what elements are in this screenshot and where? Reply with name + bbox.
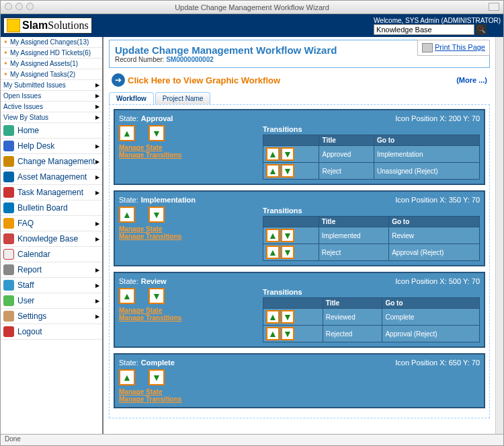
- print-this-page[interactable]: Print This Page: [417, 40, 490, 56]
- logout-icon: [3, 326, 14, 337]
- chevron-right-icon: ▶: [95, 174, 99, 180]
- move-state-up-button[interactable]: [119, 125, 135, 141]
- manage-state-link[interactable]: Manage State: [119, 388, 253, 396]
- state-approval: State: ApprovalIcon Position X: 200 Y: 7…: [114, 109, 485, 185]
- move-state-up-button[interactable]: [119, 369, 135, 385]
- window-maximize-button[interactable]: [26, 3, 34, 10]
- tab-workflow[interactable]: Workflow: [109, 92, 154, 104]
- move-transition-down-button[interactable]: [281, 310, 294, 324]
- more-link[interactable]: (More ...): [456, 76, 487, 84]
- manage-state-link[interactable]: Manage State: [119, 144, 253, 151]
- move-state-down-button[interactable]: [149, 125, 165, 141]
- move-transition-down-button[interactable]: [281, 246, 294, 259]
- vertical-scrollbar[interactable]: [495, 37, 503, 434]
- bulletin-board-icon: [3, 202, 14, 213]
- sidebar: ✶My Assigned Changes(13)✶My Assigned HD …: [1, 37, 103, 434]
- move-transition-down-button[interactable]: [281, 327, 294, 340]
- star-icon: ✶: [3, 50, 8, 56]
- move-transition-down-button[interactable]: [281, 229, 294, 242]
- help-desk-icon: [3, 141, 14, 151]
- transition-row: RejectApproval (Reject): [263, 244, 480, 261]
- search-input[interactable]: [374, 24, 474, 35]
- state-complete: State: CompleteIcon Position X: 650 Y: 7…: [114, 353, 485, 408]
- manage-transitions-link[interactable]: Manage Transitions: [119, 151, 253, 159]
- printer-icon: [422, 43, 433, 52]
- state-implementation: State: ImplementationIcon Position X: 35…: [114, 190, 485, 266]
- search-icon[interactable]: [476, 24, 487, 35]
- sidebar-item-change-management[interactable]: Change Management▶: [1, 154, 102, 170]
- move-state-down-button[interactable]: [149, 288, 165, 304]
- move-transition-up-button[interactable]: [266, 246, 280, 259]
- window-zoom-button[interactable]: [489, 3, 499, 11]
- manage-transitions-link[interactable]: Manage Transitions: [119, 233, 253, 240]
- manage-state-link[interactable]: Manage State: [119, 225, 253, 233]
- sidebar-item-bulletin-board[interactable]: Bulletin Board: [1, 200, 102, 216]
- star-icon: ✶: [3, 61, 8, 67]
- sidebar-item-help-desk[interactable]: Help Desk▶: [1, 139, 102, 154]
- move-transition-up-button[interactable]: [266, 310, 280, 324]
- sidebar-quick-3[interactable]: ✶My Assigned Tasks(2): [1, 69, 102, 80]
- user-icon: [3, 295, 14, 306]
- move-state-up-button[interactable]: [119, 288, 135, 304]
- sidebar-item-report[interactable]: Report▶: [1, 262, 102, 278]
- main-content: Print This Page Update Change Management…: [103, 37, 495, 434]
- sidebar-item-logout[interactable]: Logout: [1, 324, 102, 340]
- app-logo[interactable]: SlamSolutions: [3, 17, 92, 34]
- settings-icon: [3, 311, 14, 322]
- sidebar-item-home[interactable]: Home: [1, 123, 102, 139]
- sidebar-item-settings[interactable]: Settings▶: [1, 309, 102, 324]
- sidebar-item-task-management[interactable]: Task Management▶: [1, 185, 102, 200]
- sidebar-quick-6[interactable]: Active Issues▶: [1, 102, 102, 112]
- view-graphic-workflow-link[interactable]: Click Here to View Graphic Workflow: [128, 75, 280, 85]
- sidebar-quick-0[interactable]: ✶My Assigned Changes(13): [1, 37, 102, 48]
- sidebar-item-user[interactable]: User▶: [1, 293, 102, 309]
- move-state-up-button[interactable]: [119, 207, 135, 223]
- sidebar-quick-7[interactable]: View By Status▶: [1, 112, 102, 123]
- status-bar: Done: [1, 434, 503, 445]
- chevron-right-icon: ▶: [95, 159, 99, 165]
- move-transition-up-button[interactable]: [266, 164, 280, 178]
- move-transition-down-button[interactable]: [281, 164, 294, 178]
- transition-row: RejectedApproval (Reject): [263, 326, 480, 342]
- move-state-down-button[interactable]: [149, 369, 165, 385]
- move-transition-up-button[interactable]: [266, 229, 280, 242]
- sidebar-quick-2[interactable]: ✶My Assigned Assets(1): [1, 59, 102, 69]
- sidebar-quick-1[interactable]: ✶My Assigned HD Tickets(6): [1, 48, 102, 59]
- window-minimize-button[interactable]: [15, 3, 23, 10]
- sidebar-quick-4[interactable]: My Submitted Issues▶: [1, 80, 102, 91]
- staff-icon: [3, 280, 14, 291]
- transitions-table: TitleGo toImplementedReviewRejectApprova…: [263, 216, 480, 261]
- state-review: State: ReviewIcon Position X: 500 Y: 70M…: [114, 272, 485, 348]
- chevron-right-icon: ▶: [95, 190, 99, 196]
- chevron-right-icon: ▶: [95, 267, 99, 273]
- knowledge-base-icon: [3, 233, 14, 244]
- report-icon: [3, 264, 14, 275]
- move-transition-up-button[interactable]: [266, 327, 280, 340]
- manage-transitions-link[interactable]: Manage Transitions: [119, 396, 253, 403]
- record-number: Record Number: SM0000000002: [115, 56, 484, 63]
- task-management-icon: [3, 187, 14, 198]
- transition-row: RejectUnassigned (Reject): [263, 163, 480, 180]
- sidebar-item-asset-management[interactable]: Asset Management▶: [1, 170, 102, 185]
- change-management-icon: [3, 156, 14, 167]
- tab-project-name[interactable]: Project Name: [155, 92, 211, 104]
- chevron-right-icon: ▶: [95, 236, 99, 242]
- chevron-right-icon: ▶: [95, 298, 99, 304]
- chevron-right-icon: ▶: [95, 143, 99, 149]
- transitions-table: TitleGo toApprovedImplementationRejectUn…: [263, 135, 480, 180]
- sidebar-item-calendar[interactable]: Calendar: [1, 247, 102, 262]
- move-transition-up-button[interactable]: [266, 147, 280, 161]
- sidebar-quick-5[interactable]: Open Issues▶: [1, 91, 102, 102]
- manage-state-link[interactable]: Manage State: [119, 307, 253, 314]
- move-state-down-button[interactable]: [149, 207, 165, 223]
- move-transition-down-button[interactable]: [281, 147, 294, 161]
- manage-transitions-link[interactable]: Manage Transitions: [119, 314, 253, 322]
- transitions-table: TitleGo toReviewedCompleteRejectedApprov…: [263, 297, 480, 342]
- sidebar-item-knowledge-base[interactable]: Knowledge Base▶: [1, 231, 102, 247]
- sidebar-item-faq[interactable]: FAQ▶: [1, 216, 102, 231]
- window-close-button[interactable]: [5, 3, 12, 10]
- transition-row: ReviewedComplete: [263, 309, 480, 326]
- sidebar-item-staff[interactable]: Staff▶: [1, 278, 102, 293]
- star-icon: ✶: [3, 39, 8, 45]
- star-icon: ✶: [3, 71, 8, 77]
